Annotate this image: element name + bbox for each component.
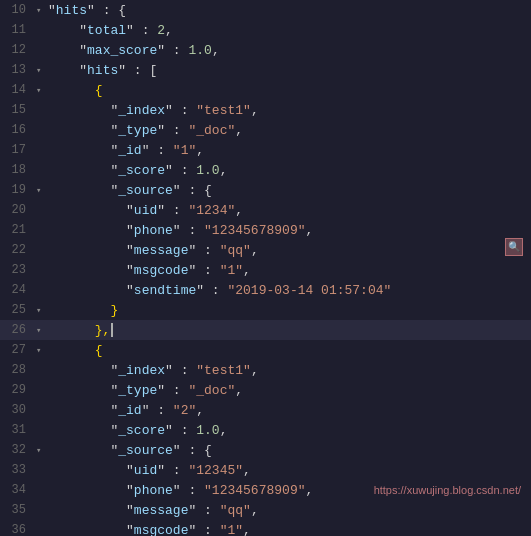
key-token: _id — [118, 143, 141, 158]
punctuation-token: : — [173, 163, 196, 178]
line-content: "_id" : "1", — [48, 143, 523, 158]
line-number: 10 — [0, 3, 36, 17]
table-row: 22 "message" : "qq", — [0, 240, 531, 260]
line-number: 27 — [0, 343, 36, 357]
punctuation-token: , — [251, 363, 259, 378]
number-value-token: 1.0 — [188, 43, 211, 58]
punctuation-token: : — [196, 503, 219, 518]
punctuation-token: " — [165, 423, 173, 438]
table-row: 11 "total" : 2, — [0, 20, 531, 40]
line-content: "_type" : "_doc", — [48, 383, 523, 398]
punctuation-token: , — [220, 163, 228, 178]
punctuation-token: : — [181, 483, 204, 498]
line-number: 14 — [0, 83, 36, 97]
line-number: 28 — [0, 363, 36, 377]
line-content: "sendtime" : "2019-03-14 01:57:04" — [48, 283, 523, 298]
punctuation-token: " — [48, 3, 56, 18]
punctuation-token: " — [157, 43, 165, 58]
key-token: _index — [118, 363, 165, 378]
punctuation-token: , — [235, 383, 243, 398]
string-value-token: "12345" — [188, 463, 243, 478]
line-content: "total" : 2, — [48, 23, 523, 38]
punctuation-token: " — [173, 223, 181, 238]
punctuation-token: : — [204, 283, 227, 298]
line-content: "_source" : { — [48, 183, 523, 198]
line-content: "uid" : "1234", — [48, 203, 523, 218]
punctuation-token: : — [181, 223, 204, 238]
punctuation-token: " — [196, 283, 204, 298]
punctuation-token: " — [126, 263, 134, 278]
line-content: } — [48, 303, 523, 318]
table-row: 29 "_type" : "_doc", — [0, 380, 531, 400]
key-token: message — [134, 243, 189, 258]
table-row: 10▾"hits" : { — [0, 0, 531, 20]
table-row: 32▾ "_source" : { — [0, 440, 531, 460]
punctuation-token: , — [165, 23, 173, 38]
table-row: 21 "phone" : "12345678909", — [0, 220, 531, 240]
punctuation-token: , — [305, 223, 313, 238]
line-content: "message" : "qq", — [48, 503, 523, 518]
punctuation-token: : — [165, 43, 188, 58]
line-number: 18 — [0, 163, 36, 177]
table-row: 13▾ "hits" : [ — [0, 60, 531, 80]
punctuation-token: " — [126, 503, 134, 518]
line-content: "_type" : "_doc", — [48, 123, 523, 138]
line-number: 33 — [0, 463, 36, 477]
line-number: 11 — [0, 23, 36, 37]
line-content: "message" : "qq", — [48, 243, 523, 258]
punctuation-token: : — [165, 203, 188, 218]
table-row: 12 "max_score" : 1.0, — [0, 40, 531, 60]
search-icon[interactable]: 🔍 — [505, 238, 523, 256]
key-token: _index — [118, 103, 165, 118]
brace-token: }, — [95, 323, 111, 338]
fold-toggle[interactable]: ▾ — [36, 85, 46, 96]
punctuation-token: , — [220, 423, 228, 438]
punctuation-token: , — [243, 463, 251, 478]
code-lines: 10▾"hits" : {11 "total" : 2,12 "max_scor… — [0, 0, 531, 536]
watermark: https://xuwujing.blog.csdn.net/ — [374, 484, 521, 496]
line-number: 32 — [0, 443, 36, 457]
brace-token: { — [95, 83, 103, 98]
key-token: uid — [134, 203, 157, 218]
fold-toggle[interactable]: ▾ — [36, 5, 46, 16]
table-row: 16 "_type" : "_doc", — [0, 120, 531, 140]
punctuation-token: " — [79, 43, 87, 58]
key-token: msgcode — [134, 263, 189, 278]
fold-toggle[interactable]: ▾ — [36, 185, 46, 196]
key-token: message — [134, 503, 189, 518]
punctuation-token: " — [157, 123, 165, 138]
punctuation-token: , — [196, 403, 204, 418]
punctuation-token: : — [196, 263, 219, 278]
punctuation-token: , — [251, 103, 259, 118]
string-value-token: "2" — [173, 403, 196, 418]
line-content: "msgcode" : "1", — [48, 523, 523, 537]
punctuation-token: : — [173, 423, 196, 438]
table-row: 20 "uid" : "1234", — [0, 200, 531, 220]
punctuation-token: " — [126, 523, 134, 537]
fold-toggle[interactable]: ▾ — [36, 65, 46, 76]
punctuation-token: " — [165, 163, 173, 178]
table-row: 31 "_score" : 1.0, — [0, 420, 531, 440]
fold-toggle[interactable]: ▾ — [36, 305, 46, 316]
key-token: _source — [118, 443, 173, 458]
punctuation-token: , — [251, 503, 259, 518]
punctuation-token: " — [79, 23, 87, 38]
fold-toggle[interactable]: ▾ — [36, 345, 46, 356]
line-content: "_source" : { — [48, 443, 523, 458]
key-token: sendtime — [134, 283, 196, 298]
fold-toggle[interactable]: ▾ — [36, 325, 46, 336]
key-token: hits — [56, 3, 87, 18]
punctuation-token: " — [126, 463, 134, 478]
string-value-token: "1" — [173, 143, 196, 158]
punctuation-token: , — [235, 123, 243, 138]
line-content: "_id" : "2", — [48, 403, 523, 418]
line-number: 30 — [0, 403, 36, 417]
line-content: "max_score" : 1.0, — [48, 43, 523, 58]
punctuation-token: " — [157, 383, 165, 398]
table-row: 33 "uid" : "12345", — [0, 460, 531, 480]
fold-toggle[interactable]: ▾ — [36, 445, 46, 456]
table-row: 17 "_id" : "1", — [0, 140, 531, 160]
line-number: 22 — [0, 243, 36, 257]
table-row: 15 "_index" : "test1", — [0, 100, 531, 120]
line-number: 31 — [0, 423, 36, 437]
